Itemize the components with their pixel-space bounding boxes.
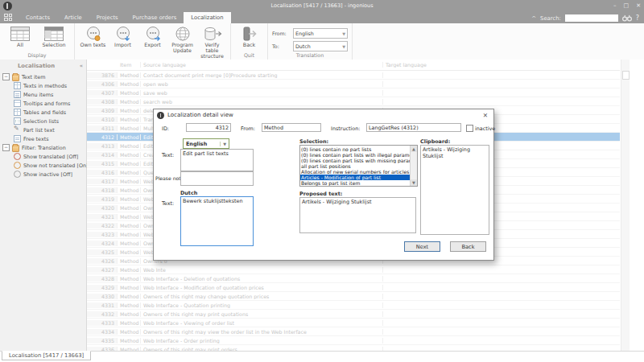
selection-list-item[interactable]: Allocation of new serial numbers for art… (300, 169, 411, 175)
tree-node[interactable]: −Text item (0, 72, 86, 81)
search-binoculars-icon[interactable] (622, 14, 632, 22)
table-row[interactable]: 4307Methodsave web (87, 88, 620, 97)
own-texts-button[interactable]: Own texts (79, 25, 107, 47)
maximize-button[interactable]: □ (624, 2, 630, 9)
column-header-source[interactable]: Source language (141, 62, 383, 68)
cell-source: save web (141, 90, 383, 96)
back-button[interactable]: Back (235, 25, 263, 47)
tree-node-label: Menu items (23, 92, 53, 98)
cell-id: 4333 (87, 320, 118, 326)
minimize-button[interactable]: – (613, 2, 617, 9)
table-row[interactable]: 4331MethodWeb Interface - Quotation prin… (87, 301, 620, 310)
import-button[interactable]: Import (109, 25, 137, 47)
cell-item: Method (118, 152, 141, 158)
cell-item: Method (118, 99, 141, 105)
id-field[interactable]: 4312 (186, 123, 231, 132)
cell-item: Method (118, 196, 141, 202)
tree-node[interactable]: Texts in methods (0, 81, 86, 90)
expander-icon[interactable]: − (2, 144, 10, 151)
table-row[interactable]: 4330MethodOwners of this right may chang… (87, 292, 620, 301)
cell-id: 4315 (87, 161, 118, 167)
tree-node[interactable]: Part list text (0, 125, 86, 134)
column-header-target[interactable]: Target language (383, 62, 620, 68)
tree-node[interactable]: Free texts (0, 134, 86, 143)
selection-list-item[interactable]: (0) lines contain part lists with missin… (300, 158, 411, 163)
inactive-checkbox[interactable] (466, 125, 473, 132)
tab-localization[interactable]: Localization (184, 12, 230, 23)
close-button[interactable]: ✕ (636, 2, 641, 9)
selection-list-item[interactable]: (0) lines contain part lists with illega… (300, 152, 411, 158)
table-row[interactable]: 4328MethodWeb Interface - Deletion of qu… (87, 274, 620, 283)
cell-item: Method (118, 161, 141, 167)
tab-article[interactable]: Article (57, 12, 89, 23)
table-row[interactable]: 4308Methodsearch web (87, 97, 620, 106)
selection-listbox[interactable]: (0) lines contain no part lists(0) lines… (299, 145, 418, 187)
cell-source: Contact document print merge [0]Procedur… (141, 72, 383, 78)
proposed-text-box[interactable]: Artikels - Wijziging Stuklijst (299, 197, 416, 233)
status-tab[interactable]: Localisation [5417 / 13663] (2, 351, 91, 360)
tree-node[interactable]: Tooltips and forms (0, 99, 86, 108)
search-input[interactable] (565, 14, 618, 22)
table-row[interactable]: 4334MethodOwners of this right may view … (87, 327, 620, 336)
column-header-item[interactable]: Item (118, 62, 141, 68)
database-icon (203, 25, 222, 42)
back-dialog-button[interactable]: Back (450, 241, 486, 252)
source-text-area[interactable]: Edit part list texts (180, 149, 254, 171)
tab-projects[interactable]: Projects (89, 12, 126, 23)
program-update-button[interactable]: Program Update (168, 25, 196, 53)
tree-node[interactable]: Menu items (0, 90, 86, 99)
target-text-area[interactable]: Bewerk stuklijstteksten (180, 196, 254, 246)
tree-node[interactable]: Tables and fields (0, 108, 86, 117)
table-row[interactable]: 4329MethodWeb Interface - Modification o… (87, 283, 620, 292)
from-field[interactable]: Method (262, 123, 321, 132)
vertical-scrollbar[interactable] (621, 60, 630, 352)
source-language-select[interactable]: English ▼ (183, 138, 229, 149)
tree-node[interactable]: Show translated [Off] (0, 152, 86, 161)
all-button[interactable]: All (4, 25, 36, 47)
ribbon-group-translation: From: English ▼ To: Dutch ▼ Translation (268, 23, 353, 60)
list-scrollbar[interactable]: ▲ ▼ (410, 146, 417, 186)
cell-id: 4326 (87, 258, 118, 264)
tree-node[interactable]: −Filter: Translation (0, 143, 86, 152)
ribbon-group-label: Display (4, 51, 70, 60)
clipboard-box[interactable]: Artikels - Wijziging Stuklijst (420, 145, 489, 235)
tree-node[interactable]: Show inactive [Off] (0, 170, 86, 179)
tree-node-label: Selection lists (23, 118, 59, 125)
sidebar-collapse-icon[interactable]: « (80, 63, 83, 69)
table-row[interactable]: 3876MethodContact document print merge [… (87, 71, 620, 80)
dialog-close-icon[interactable]: ✕ (481, 112, 490, 119)
table-row[interactable]: 4306Methodopen web (87, 80, 620, 88)
scrollbar-thumb[interactable] (622, 71, 630, 80)
table-row[interactable]: 4327MethodWeb Inte (87, 265, 620, 274)
selection-list-item[interactable]: all part list positions (300, 163, 411, 169)
to-language-select[interactable]: Dutch ▼ (293, 41, 348, 51)
verify-table-structure-button[interactable]: Verify table structure (198, 25, 226, 60)
tab-purchase-orders[interactable]: Purchase orders (126, 12, 184, 23)
next-button[interactable]: Next (404, 241, 440, 252)
table-row[interactable]: 4335MethodWeb Interface - Order printing (87, 336, 620, 345)
instruction-field[interactable]: LangGetRes (4312) (366, 123, 461, 132)
help-icon[interactable]: ? (636, 14, 639, 22)
expander-icon[interactable]: − (2, 73, 10, 80)
scroll-down-icon[interactable]: ▼ (411, 179, 417, 186)
from-language-select[interactable]: English ▼ (293, 28, 348, 39)
cell-item: Method (118, 249, 141, 255)
selection-list-item[interactable]: (0) lines contain no part lists (300, 146, 411, 152)
tab-contacts[interactable]: Contacts (19, 12, 57, 23)
selection-button[interactable]: Selection (38, 25, 70, 47)
table-row[interactable]: 4332MethodOwners of this right may print… (87, 310, 620, 319)
cell-id: 4318 (87, 187, 118, 193)
selection-list-item[interactable]: Articles - Modification of part list (300, 175, 411, 180)
table-row[interactable]: 4333MethodWeb Interface - Viewing of ord… (87, 319, 620, 327)
export-button[interactable]: Export (138, 25, 167, 47)
tree-node[interactable]: Show not translated [On] (0, 161, 86, 170)
table-all-icon (10, 25, 30, 42)
scroll-up-icon[interactable]: ▲ (411, 146, 417, 152)
app-menu-icon[interactable] (4, 14, 14, 22)
sidebar-title: Localisation (18, 63, 80, 69)
collapse-ribbon-icon[interactable]: ^ (531, 15, 536, 22)
cell-item: Method (118, 108, 141, 113)
please-note-area[interactable] (180, 171, 254, 186)
selection-list-item[interactable]: Belongs to part list item (300, 180, 411, 186)
tree-node-label: Show not translated [On] (23, 162, 89, 169)
